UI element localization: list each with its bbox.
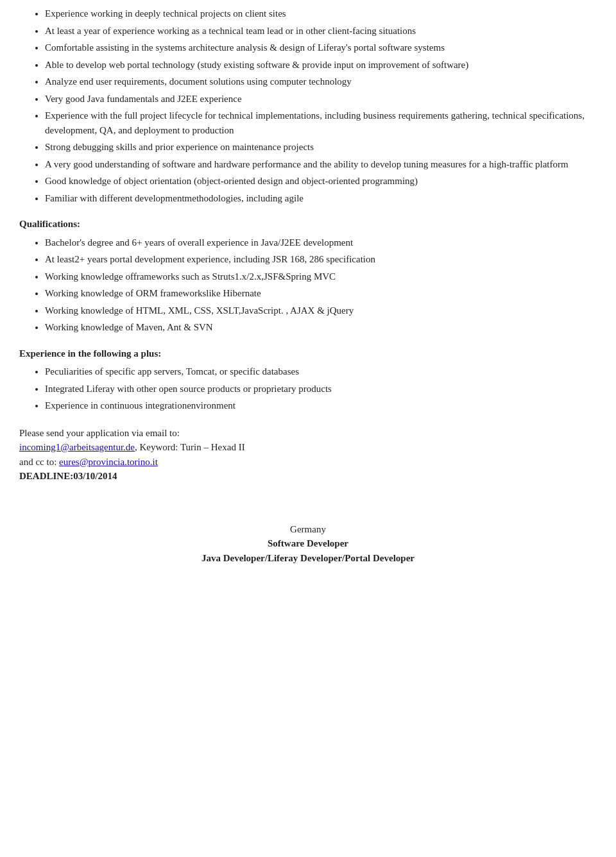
deadline-text: DEADLINE:03/10/2014 — [19, 469, 597, 484]
list-item: Working knowledge of Maven, Ant & SVN — [45, 320, 597, 335]
send-text-2: , Keyword: Turin – Hexad II — [135, 442, 245, 452]
send-text-1: Please send your application via email t… — [19, 428, 180, 438]
list-item: Working knowledge offrameworks such as S… — [45, 269, 597, 284]
list-item: Familiar with different developmentmetho… — [45, 191, 597, 206]
send-line-1: Please send your application via email t… — [19, 426, 597, 455]
footer: Germany Software Developer Java Develope… — [19, 522, 597, 566]
requirements-list: Experience working in deeply technical p… — [45, 6, 597, 205]
list-item: Comfortable assisting in the systems arc… — [45, 40, 597, 55]
list-item: At least2+ years portal development expe… — [45, 252, 597, 267]
list-item: Experience working in deeply technical p… — [45, 6, 597, 21]
list-item: Integrated Liferay with other open sourc… — [45, 382, 597, 396]
qualifications-label: Qualifications: — [19, 217, 597, 232]
list-item: Experience with the full project lifecyc… — [45, 108, 597, 137]
list-item: Experience in continuous integrationenvi… — [45, 398, 597, 413]
qualifications-list: Bachelor's degree and 6+ years of overal… — [45, 235, 597, 335]
list-item: At least a year of experience working as… — [45, 24, 597, 38]
send-line-2: and cc to: eures@provincia.torino.it — [19, 455, 597, 470]
send-text-3: and cc to: — [19, 457, 59, 467]
experience-plus-label: Experience in the following a plus: — [19, 346, 597, 361]
email-link-1[interactable]: incoming1@arbeitsagentur.de — [19, 442, 135, 452]
footer-title2: Java Developer/Liferay Developer/Portal … — [19, 551, 597, 566]
footer-country: Germany — [19, 522, 597, 537]
send-section: Please send your application via email t… — [19, 426, 597, 484]
list-item: Very good Java fundamentals and J2EE exp… — [45, 92, 597, 106]
list-item: Peculiarities of specific app servers, T… — [45, 364, 597, 379]
list-item: Strong debugging skills and prior experi… — [45, 140, 597, 155]
list-item: A very good understanding of software an… — [45, 157, 597, 172]
footer-title1: Software Developer — [19, 536, 597, 551]
list-item: Working knowledge of ORM frameworkslike … — [45, 286, 597, 301]
list-item: Working knowledge of HTML, XML, CSS, XSL… — [45, 303, 597, 318]
list-item: Good knowledge of object orientation (ob… — [45, 174, 597, 189]
list-item: Bachelor's degree and 6+ years of overal… — [45, 235, 597, 250]
experience-plus-list: Peculiarities of specific app servers, T… — [45, 364, 597, 413]
list-item: Able to develop web portal technology (s… — [45, 58, 597, 72]
email-link-2[interactable]: eures@provincia.torino.it — [59, 457, 158, 467]
list-item: Analyze end user requirements, document … — [45, 74, 597, 89]
